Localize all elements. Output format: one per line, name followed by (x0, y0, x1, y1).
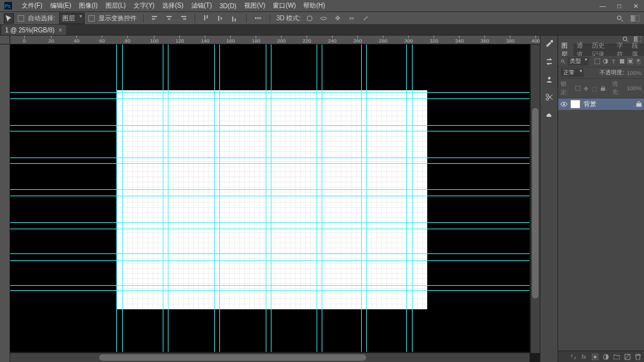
menu-view[interactable]: 视图(V) (242, 0, 268, 11)
align-v-center-icon[interactable] (216, 13, 226, 23)
search-icon[interactable] (615, 13, 625, 23)
lock-all-icon[interactable] (601, 86, 606, 91)
distribute-icon[interactable]: ••• (253, 13, 263, 23)
people-icon[interactable] (544, 74, 555, 85)
align-top-icon[interactable] (202, 13, 212, 23)
horizontal-ruler[interactable]: 0204060801001201401601802002202402602803… (10, 36, 540, 44)
horizontal-guide[interactable] (10, 253, 530, 254)
vertical-guide[interactable] (266, 44, 266, 352)
adjustment-layer-icon[interactable] (602, 353, 609, 360)
scissors-icon[interactable] (544, 91, 555, 103)
vertical-scrollbar[interactable] (531, 44, 540, 353)
auto-select-checkbox[interactable] (18, 15, 24, 22)
delete-layer-icon[interactable] (634, 353, 641, 360)
opacity-value[interactable]: 100% (627, 70, 641, 76)
vertical-guide[interactable] (122, 44, 123, 352)
lock-position-icon[interactable]: ✥ (584, 86, 589, 91)
3d-orbit-icon[interactable] (305, 13, 315, 23)
horizontal-guide[interactable] (10, 163, 530, 164)
new-group-icon[interactable] (613, 353, 620, 360)
vertical-guide[interactable] (317, 44, 317, 352)
horizontal-guide[interactable] (10, 260, 530, 261)
history-brush-icon[interactable] (544, 38, 555, 50)
vertical-guide[interactable] (406, 44, 407, 352)
vertical-guide[interactable] (322, 44, 322, 352)
show-transform-checkbox[interactable] (88, 15, 95, 22)
layer-mask-icon[interactable] (591, 353, 598, 360)
layer-name-label[interactable]: 背景 (584, 100, 596, 109)
document-canvas[interactable] (117, 90, 427, 309)
vertical-guide[interactable] (168, 44, 168, 352)
horizontal-guide[interactable] (10, 131, 530, 131)
blend-mode-dropdown[interactable]: 正常 (561, 69, 584, 77)
move-tool-icon[interactable] (4, 13, 14, 23)
align-right-icon[interactable] (178, 13, 188, 23)
vertical-guide[interactable] (219, 44, 220, 352)
3d-pan-icon[interactable]: ✥ (332, 13, 343, 23)
minimize-button[interactable]: — (598, 3, 607, 10)
layer-lock-icon[interactable] (636, 101, 641, 108)
v-scroll-thumb[interactable] (532, 108, 538, 298)
menu-filter[interactable]: 滤镜(T) (189, 0, 215, 11)
link-layers-icon[interactable] (570, 353, 577, 360)
menu-select[interactable]: 选择(S) (160, 0, 186, 11)
horizontal-guide[interactable] (10, 222, 530, 223)
new-layer-icon[interactable] (624, 353, 631, 360)
horizontal-guide[interactable] (10, 92, 530, 93)
menu-file[interactable]: 文件(F) (19, 0, 45, 11)
filter-search-icon[interactable] (561, 59, 566, 64)
menu-edit[interactable]: 编辑(E) (48, 0, 74, 11)
close-button[interactable]: ✕ (631, 3, 640, 10)
horizontal-scrollbar[interactable] (10, 353, 530, 362)
vertical-guide[interactable] (271, 44, 271, 352)
vertical-guide[interactable] (412, 44, 413, 352)
menu-3d[interactable]: 3D(D) (217, 1, 239, 11)
tab-close-icon[interactable]: × (58, 27, 62, 34)
workspace-switch-icon[interactable] (630, 13, 640, 23)
horizontal-guide[interactable] (10, 290, 530, 291)
filter-pixel-layer-icon[interactable] (594, 58, 600, 65)
filter-toggle-switch[interactable] (635, 58, 641, 65)
layer-thumbnail[interactable] (570, 100, 580, 109)
horizontal-guide[interactable] (10, 98, 530, 99)
menu-type[interactable]: 文字(Y) (131, 0, 157, 11)
visibility-toggle-icon[interactable] (561, 101, 567, 107)
lock-artboard-icon[interactable]: ⬚ (592, 86, 598, 91)
horizontal-guide[interactable] (10, 125, 530, 126)
align-left-icon[interactable] (150, 13, 160, 23)
filter-shape-icon[interactable] (619, 58, 625, 65)
menu-image[interactable]: 图像(I) (76, 0, 100, 11)
h-scroll-thumb[interactable] (99, 354, 366, 361)
vertical-guide[interactable] (163, 44, 163, 352)
lock-pixels-icon[interactable] (575, 86, 580, 91)
canvas-viewport[interactable] (10, 44, 530, 352)
menu-layer[interactable]: 图层(L) (103, 0, 128, 11)
horizontal-guide[interactable] (10, 189, 530, 190)
menu-help[interactable]: 帮助(H) (301, 0, 327, 11)
layer-style-icon[interactable]: fx (580, 353, 587, 360)
layer-row-background[interactable]: 背景 (558, 98, 644, 110)
3d-scale-icon[interactable]: ⤢ (360, 13, 371, 23)
filter-smart-icon[interactable] (627, 58, 633, 65)
filter-type-layer-icon[interactable]: T (610, 58, 617, 65)
auto-select-target-dropdown[interactable]: 图层 (59, 13, 85, 24)
horizontal-guide[interactable] (10, 229, 530, 229)
fill-value[interactable]: 100% (627, 85, 641, 91)
vertical-guide[interactable] (214, 44, 215, 352)
filter-adjustment-icon[interactable] (602, 58, 608, 65)
vertical-guide[interactable] (361, 44, 362, 352)
align-bottom-icon[interactable] (230, 13, 240, 23)
vertical-guide[interactable] (116, 44, 117, 352)
document-tab[interactable]: 1 @ 25%(RGB/8) × (1, 25, 66, 35)
vertical-ruler[interactable] (0, 44, 10, 362)
3d-slide-icon[interactable]: ⇔ (346, 13, 357, 23)
menu-window[interactable]: 窗口(W) (270, 0, 298, 11)
horizontal-guide[interactable] (10, 158, 530, 158)
horizontal-guide[interactable] (10, 285, 530, 286)
3d-roll-icon[interactable] (319, 13, 329, 23)
swap-arrows-icon[interactable] (544, 56, 555, 67)
maximize-button[interactable]: □ (615, 3, 624, 10)
cloud-icon[interactable] (544, 109, 555, 121)
horizontal-guide[interactable] (10, 196, 530, 196)
vertical-guide[interactable] (366, 44, 367, 352)
